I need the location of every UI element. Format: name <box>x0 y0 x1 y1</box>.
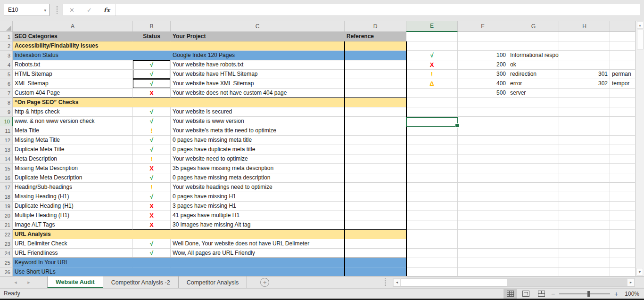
cell-B16[interactable]: √ <box>133 173 171 183</box>
cell-B12[interactable]: √ <box>133 136 171 145</box>
cell-I3[interactable] <box>610 51 636 60</box>
cell-G2[interactable] <box>508 41 559 51</box>
cell-C7[interactable]: Your website does not have custom 404 pa… <box>171 89 345 98</box>
cell-G3[interactable]: Informational response <box>508 51 559 60</box>
cell-C14[interactable]: Your website need to optimize <box>171 154 345 164</box>
row-header-14[interactable]: 14 <box>0 154 13 164</box>
cell-I19[interactable] <box>610 202 636 211</box>
cell-F12[interactable] <box>458 136 508 145</box>
cell-C18[interactable]: 0 pages have missing H1 <box>171 192 345 202</box>
cell-C3[interactable]: Google Index 120 Pages <box>171 51 345 60</box>
scroll-up-icon[interactable]: ▲ <box>637 21 644 29</box>
cell-F16[interactable] <box>458 173 508 183</box>
cell-E6[interactable]: Δ <box>406 79 458 89</box>
cell-F23[interactable] <box>458 239 508 249</box>
cell-C25[interactable] <box>171 258 345 268</box>
column-header-B[interactable]: B <box>133 21 171 32</box>
scroll-left-icon[interactable]: ◄ <box>393 278 401 286</box>
cell-G24[interactable] <box>508 249 559 258</box>
cell-E23[interactable] <box>406 239 458 249</box>
cell-B7[interactable]: X <box>133 89 171 98</box>
cell-A4[interactable]: Robots.txt <box>13 60 133 70</box>
cell-H23[interactable] <box>559 239 610 249</box>
cell-B14[interactable]: ! <box>133 154 171 164</box>
cell-H2[interactable] <box>559 41 610 51</box>
cell-C16[interactable]: 0 pages have missing meta description <box>171 173 345 183</box>
cell-G26[interactable] <box>508 268 559 276</box>
cell-A18[interactable]: Missing Heading (H1) <box>13 192 133 202</box>
cell-G19[interactable] <box>508 202 559 211</box>
cell-C8[interactable] <box>171 98 345 107</box>
cell-D13[interactable] <box>345 145 406 154</box>
column-header-A[interactable]: A <box>13 21 133 32</box>
cell-B19[interactable]: X <box>133 202 171 211</box>
cell-B3[interactable] <box>133 51 171 60</box>
cell-C24[interactable]: Wow, All pages are URL Friendly <box>171 249 345 258</box>
cell-I1[interactable] <box>610 32 636 41</box>
cell-F6[interactable]: 400 <box>458 79 508 89</box>
cell-F19[interactable] <box>458 202 508 211</box>
cell-E9[interactable] <box>406 107 458 117</box>
cell-G22[interactable] <box>508 230 559 239</box>
cell-F18[interactable] <box>458 192 508 202</box>
cell-I13[interactable] <box>610 145 636 154</box>
cell-E26[interactable] <box>406 268 458 276</box>
cell-H25[interactable] <box>559 258 610 268</box>
cell-H16[interactable] <box>559 173 610 183</box>
row-header-20[interactable]: 20 <box>0 211 13 220</box>
cell-E14[interactable] <box>406 154 458 164</box>
cell-D5[interactable] <box>345 70 406 79</box>
row-header-5[interactable]: 5 <box>0 70 13 79</box>
row-header-24[interactable]: 24 <box>0 249 13 258</box>
cell-I8[interactable] <box>610 98 636 107</box>
cell-H18[interactable] <box>559 192 610 202</box>
name-box[interactable]: E10 ▾ <box>4 4 50 16</box>
row-header-10[interactable]: 10 <box>0 117 13 126</box>
normal-view-button[interactable] <box>504 289 517 299</box>
cell-A11[interactable]: Meta Title <box>13 126 133 136</box>
cell-B4[interactable]: √ <box>133 60 171 70</box>
row-header-6[interactable]: 6 <box>0 79 13 89</box>
row-header-2[interactable]: 2 <box>0 41 13 51</box>
cell-C1[interactable]: Your Project <box>171 32 345 41</box>
page-break-view-button[interactable] <box>535 289 548 299</box>
cell-H13[interactable] <box>559 145 610 154</box>
cell-C5[interactable]: Your website have HTML Sitemap <box>171 70 345 79</box>
row-header-8[interactable]: 8 <box>0 98 13 107</box>
cell-I25[interactable] <box>610 258 636 268</box>
cell-F13[interactable] <box>458 145 508 154</box>
cell-C11[interactable]: Your website's meta title need to optimi… <box>171 126 345 136</box>
cell-H17[interactable] <box>559 183 610 192</box>
cell-A3[interactable]: Indexation Status <box>13 51 133 60</box>
cell-B2[interactable] <box>133 41 171 51</box>
new-sheet-button[interactable]: + <box>260 278 269 287</box>
cell-A23[interactable]: URL Delimiter Check <box>13 239 133 249</box>
cell-I18[interactable] <box>610 192 636 202</box>
cell-H11[interactable] <box>559 126 610 136</box>
cell-F10[interactable] <box>458 117 508 126</box>
insert-function-icon[interactable]: fx <box>98 7 116 14</box>
page-layout-view-button[interactable] <box>519 289 532 299</box>
row-header-22[interactable]: 22 <box>0 230 13 239</box>
row-header-3[interactable]: 3 <box>0 51 13 60</box>
cell-I6[interactable]: tempor <box>610 79 636 89</box>
cell-H24[interactable] <box>559 249 610 258</box>
active-cell-outline[interactable] <box>406 117 458 127</box>
cell-B15[interactable]: X <box>133 164 171 173</box>
cell-A15[interactable]: Missing Meta Description <box>13 164 133 173</box>
cell-I12[interactable] <box>610 136 636 145</box>
cell-G4[interactable]: ok <box>508 60 559 70</box>
cell-D18[interactable] <box>345 192 406 202</box>
cell-F4[interactable]: 200 <box>458 60 508 70</box>
cell-E19[interactable] <box>406 202 458 211</box>
cell-I26[interactable] <box>610 268 636 276</box>
cell-D12[interactable] <box>345 136 406 145</box>
cell-H19[interactable] <box>559 202 610 211</box>
cell-E22[interactable] <box>406 230 458 239</box>
vertical-scrollbar[interactable]: ▲ ▼ <box>636 21 644 276</box>
cell-A22[interactable]: URL Analysis <box>13 230 133 239</box>
row-header-23[interactable]: 23 <box>0 239 13 249</box>
cell-A13[interactable]: Duplicate Meta Title <box>13 145 133 154</box>
cell-F5[interactable]: 300 <box>458 70 508 79</box>
row-header-13[interactable]: 13 <box>0 145 13 154</box>
